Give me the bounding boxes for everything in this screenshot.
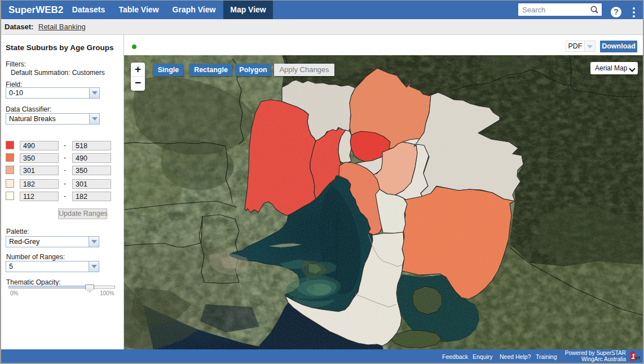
svg-text:ST: ST — [635, 356, 640, 361]
